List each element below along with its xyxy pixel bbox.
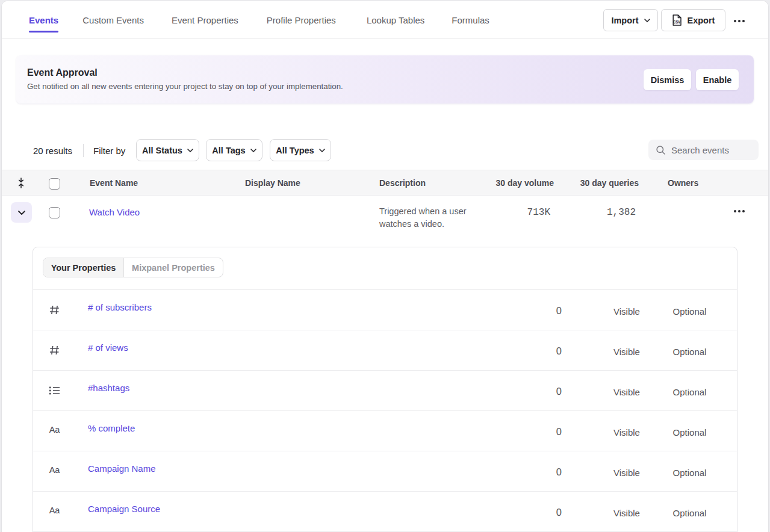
- svg-text:CSV: CSV: [673, 20, 680, 25]
